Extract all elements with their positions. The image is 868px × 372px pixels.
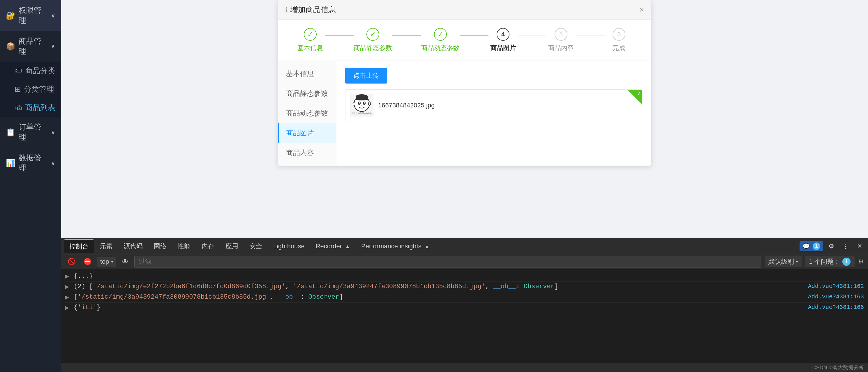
console-line-2: ▶ (2) ['/static/img/e2f272b2be6f1d6d0c7f… (65, 282, 864, 292)
devtools-tab-application[interactable]: 应用 (220, 240, 244, 253)
modal-nav-static-params[interactable]: 商品静态参数 (278, 83, 336, 103)
goods-submenu: 🏷 商品分类 ⊞ 分类管理 🛍 商品列表 (0, 62, 61, 117)
devtools-tab-console[interactable]: 控制台 (64, 239, 94, 253)
devtools-issues-tab[interactable]: 💬 1 (800, 241, 823, 251)
devtools-tab-elements[interactable]: 元素 (94, 240, 118, 253)
step-line-4 (518, 35, 547, 35)
devtools-tab-sources[interactable]: 源代码 (118, 240, 148, 253)
step-label-3: 商品动态参数 (421, 44, 460, 53)
sidebar-item-goods-list[interactable]: 🛍 商品列表 (0, 98, 61, 117)
step-3: ✓ 商品动态参数 (421, 28, 460, 53)
console-line-4: ▶ {'iti'} Add.vue?4381:166 (65, 303, 864, 313)
step-6: 6 完成 (605, 28, 634, 53)
svg-point-11 (353, 102, 355, 105)
svg-point-9 (364, 102, 365, 104)
devtools-more-button[interactable]: ⋮ (839, 241, 852, 252)
modal-sidebar-nav: 基本信息 商品静态参数 商品动态参数 商品图片 商品内容 (278, 61, 336, 166)
page-content: ℹ 增加商品信息 × ✓ 基本信息 ✓ 商品静态参 (61, 0, 868, 238)
devtools-tab-performance[interactable]: 性能 (173, 240, 196, 253)
sidebar-item-label-orders: 订单管理 (19, 122, 48, 142)
devtools-tab-security[interactable]: 安全 (244, 240, 268, 253)
console-context-selector[interactable]: top ▾ (97, 257, 116, 267)
file-ref-2[interactable]: Add.vue?4381:162 (808, 283, 864, 290)
expand-icon-1[interactable]: ▶ (65, 272, 69, 280)
sidebar-item-category-mgmt[interactable]: ⊞ 分类管理 (0, 80, 61, 98)
file-item: 我这么帅是不会骗你的 1667384842025.jpg ✓ (345, 89, 642, 122)
file-ref-4[interactable]: Add.vue?4381:166 (808, 304, 864, 311)
expand-icon-3[interactable]: ▶ (65, 294, 69, 301)
modal-close-button[interactable]: × (639, 5, 644, 14)
devtools-tab-network[interactable]: 网络 (149, 240, 172, 253)
console-clear-button[interactable]: 🚫 (65, 257, 78, 267)
devtools-badge-count: 1 (813, 242, 820, 250)
perf-insights-icon: ▲ (424, 244, 430, 249)
meme-face-image: 我这么帅是不会骗你的 (351, 94, 373, 116)
devtools-console-output: ▶ {...} ▶ (2) ['/static/img/e2f272b2be6f… (61, 269, 868, 363)
sidebar-item-goods-category[interactable]: 🏷 商品分类 (0, 62, 61, 80)
goods-list-icon: 🛍 (14, 103, 22, 112)
devtools-close-button[interactable]: ✕ (854, 241, 865, 252)
sidebar-item-permissions[interactable]: 🔐 权限管理 ∨ (0, 0, 61, 31)
console-code-4: {'iti'} (74, 304, 803, 311)
level-dropdown-icon: ▾ (796, 259, 798, 264)
devtools-tab-memory[interactable]: 内存 (196, 240, 220, 253)
devtools-tabs-bar: 控制台 元素 源代码 网络 性能 内存 应用 安全 Lighthouse Rec… (61, 238, 868, 255)
modal-nav-dynamic-params[interactable]: 商品动态参数 (278, 103, 336, 123)
modal-nav-content[interactable]: 商品内容 (278, 143, 336, 163)
sidebar-item-goods[interactable]: 📦 商品管理 ∧ (0, 31, 61, 62)
step-circle-6: 6 (613, 28, 625, 41)
orders-icon: 📋 (6, 128, 15, 137)
svg-rect-4 (356, 100, 359, 102)
step-label-4: 商品图片 (490, 44, 516, 53)
sidebar-item-data[interactable]: 📊 数据管理 ∨ (0, 147, 61, 178)
modal-container: ℹ 增加商品信息 × ✓ 基本信息 ✓ 商品静态参 (61, 0, 868, 238)
sidebar-sub-label-catmgmt: 分类管理 (24, 84, 54, 94)
modal: ℹ 增加商品信息 × ✓ 基本信息 ✓ 商品静态参 (278, 0, 651, 166)
devtools-branding: CSDN ©淡大数据分析 (812, 364, 864, 371)
step-line-2 (392, 35, 421, 35)
console-show-hide-button[interactable]: 👁 (120, 257, 131, 267)
sidebar-item-orders[interactable]: 📋 订单管理 ∨ (0, 117, 61, 147)
step-circle-5: 5 (555, 28, 567, 41)
console-code-3: ['/static/img/3a9439247fa30899078b1cb135… (74, 294, 803, 301)
step-1: ✓ 基本信息 (296, 28, 325, 53)
expand-icon-2[interactable]: ▶ (65, 283, 69, 291)
console-filter-input[interactable] (134, 256, 762, 268)
devtools-console-toolbar: 🚫 ⛔ top ▾ 👁 默认级别 ▾ 1 个问题： 1 ⚙ (61, 255, 868, 269)
devtools-tab-recorder[interactable]: Recorder ▲ (310, 240, 355, 252)
svg-point-8 (359, 102, 360, 104)
step-2: ✓ 商品静态参数 (353, 28, 392, 53)
step-circle-3: ✓ (434, 28, 447, 41)
console-level-selector[interactable]: 默认级别 ▾ (765, 256, 802, 267)
modal-nav-images[interactable]: 商品图片 (278, 123, 336, 143)
step-circle-1: ✓ (304, 28, 317, 41)
console-code-1: {...} (74, 272, 864, 280)
step-4: 4 商品图片 (489, 28, 518, 53)
modal-nav-basic-info[interactable]: 基本信息 (278, 64, 336, 83)
console-gear-button[interactable]: ⚙ (858, 258, 864, 266)
sidebar: 🔐 权限管理 ∨ 📦 商品管理 ∧ 🏷 商品分类 ⊞ 分类管理 🛍 商品列表 📋… (0, 0, 61, 372)
step-label-1: 基本信息 (298, 44, 323, 53)
console-filter-button[interactable]: ⛔ (81, 257, 94, 267)
goods-category-icon: 🏷 (14, 66, 22, 75)
devtools-tab-lighthouse[interactable]: Lighthouse (268, 240, 310, 252)
devtools-tab-performance-insights[interactable]: Performance insights ▲ (356, 240, 435, 252)
file-ref-3[interactable]: Add.vue?4381:163 (808, 294, 864, 300)
category-mgmt-icon: ⊞ (14, 85, 21, 94)
console-issues-count: 1 (842, 258, 850, 266)
sidebar-item-label-data: 数据管理 (19, 153, 48, 173)
devtools-panel: 控制台 元素 源代码 网络 性能 内存 应用 安全 Lighthouse Rec… (61, 238, 868, 372)
step-label-2: 商品静态参数 (353, 44, 392, 53)
modal-header: ℹ 增加商品信息 × (278, 0, 651, 20)
goods-arrow: ∧ (51, 43, 55, 50)
devtools-settings-button[interactable]: ⚙ (826, 241, 837, 252)
steps-bar: ✓ 基本信息 ✓ 商品静态参数 ✓ 商品动态参数 (278, 20, 651, 61)
sidebar-sub-label-category: 商品分类 (25, 66, 55, 76)
upload-button[interactable]: 点击上传 (345, 68, 387, 83)
console-code-2: (2) ['/static/img/e2f272b2be6f1d6d0c7fc0… (74, 283, 803, 290)
file-thumbnail: 我这么帅是不会骗你的 (350, 94, 373, 117)
console-issues-badge: 1 个问题： 1 (805, 256, 855, 267)
expand-icon-4[interactable]: ▶ (65, 304, 69, 312)
goods-icon: 📦 (6, 42, 15, 51)
sidebar-item-label-goods: 商品管理 (19, 36, 48, 57)
